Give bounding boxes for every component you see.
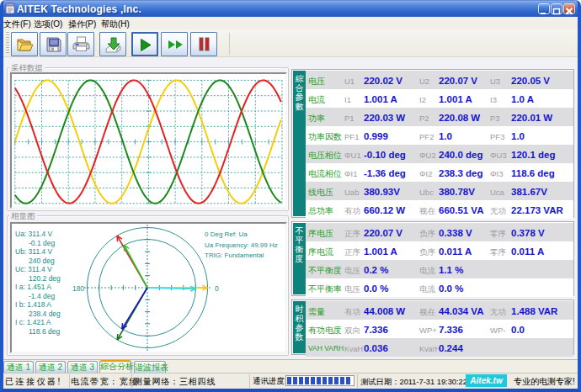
svg-text:0: 0 xyxy=(215,284,219,293)
svg-text:I c: 1.421 A: I c: 1.421 A xyxy=(15,318,51,326)
svg-text:I b: 1.418 A: I b: 1.418 A xyxy=(15,300,51,309)
svg-text:0 Deg Ref: Ua: 0 Deg Ref: Ua xyxy=(205,230,248,238)
svg-text:-1.4 deg: -1.4 deg xyxy=(29,292,55,300)
svg-text:I a: 1.451 A: I a: 1.451 A xyxy=(15,283,51,291)
svg-text:-0.1 deg: -0.1 deg xyxy=(29,239,55,247)
svg-text:118.6 deg: 118.6 deg xyxy=(29,327,60,336)
svg-text:180: 180 xyxy=(72,284,84,293)
svg-text:Uc: 311.4 V: Uc: 311.4 V xyxy=(15,265,52,273)
svg-text:240 deg: 240 deg xyxy=(29,257,55,265)
svg-text:Ub: 311.4 V: Ub: 311.4 V xyxy=(15,247,53,256)
svg-text:120.2 deg: 120.2 deg xyxy=(29,274,61,283)
svg-text:TRIG: Fundamental: TRIG: Fundamental xyxy=(205,252,264,259)
svg-text:Ua Frequency: 49.99 Hz: Ua Frequency: 49.99 Hz xyxy=(205,241,278,249)
svg-text:238.4 deg: 238.4 deg xyxy=(29,310,61,318)
svg-text:Ua: 311.4 V: Ua: 311.4 V xyxy=(15,230,53,238)
